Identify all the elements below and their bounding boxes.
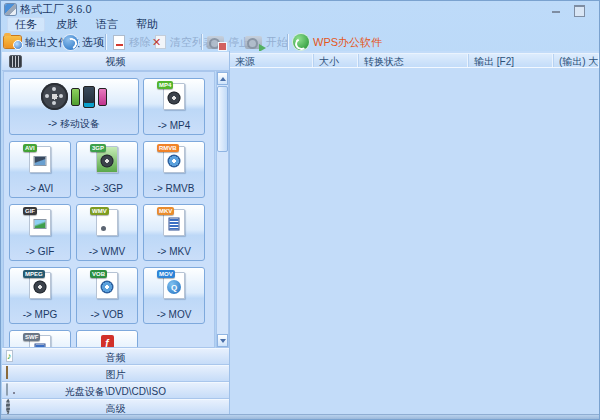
minimize-button[interactable] [549,4,563,15]
section-bar-label: 音频 [2,351,229,365]
maximize-button[interactable] [571,4,585,15]
wps-link[interactable]: WPS办公软件 [293,32,382,52]
format-label: -> WMV [77,246,137,257]
format-button-mkv[interactable]: MKV -> MKV [143,204,205,261]
menu-item-help[interactable]: 帮助 [129,18,165,31]
format-badge: MKV [157,207,174,215]
rmvb-file-icon: RMVB [163,146,185,173]
format-grid: -> 移动设备 MP4 -> MP4 AVI -> AVI 3GP -> 3GP… [3,71,215,348]
app-logo-icon [5,4,16,15]
format-badge: MPEG [23,270,45,278]
stop-button[interactable]: 停止 [207,32,250,52]
task-table: 来源 大小 转换状态 输出 [F2] (输出) 大小 [229,51,599,419]
remove-button[interactable]: 移除 [113,32,151,52]
format-button-mobile-devices[interactable]: -> 移动设备 [9,78,139,135]
start-button[interactable]: 开始 [245,32,288,52]
format-button-wmv[interactable]: WMV -> WMV [76,204,138,261]
film-strip-icon [169,218,180,231]
column-header-size[interactable]: 大小 [314,54,359,67]
3gp-file-icon: 3GP [96,146,118,173]
mobile-devices-icon [10,83,138,110]
menu-item-skin[interactable]: 皮肤 [49,18,85,31]
film-reel-icon [34,281,47,294]
mpg-file-icon: MPEG [29,272,51,299]
quicktime-q-icon: Q [167,280,181,294]
section-bar-rom-device[interactable]: 光盘设备\DVD\CD\ISO [2,382,229,399]
video-section-label: 视频 [2,55,229,69]
format-badge: WMV [90,207,109,215]
format-label: -> GIF [10,246,70,257]
phone-icon [98,88,107,106]
window-bottom-edge [1,414,599,419]
folder-icon [4,36,21,48]
swf-file-icon: SWF [29,335,51,348]
format-label: -> 3GP [77,183,137,194]
toolbar-separator [287,34,288,50]
format-label: -> 移动设备 [10,117,138,131]
menu-item-tasks[interactable]: 任务 [7,17,45,32]
camera-start-icon [245,36,262,49]
mov-file-icon: MOV Q [163,272,185,299]
section-bar-picture[interactable]: 图片 [2,365,229,382]
vob-file-icon: VOB [96,272,118,299]
phone-icon [83,86,95,108]
phone-icon [71,88,80,106]
format-badge: MOV [157,270,175,278]
format-button-gif[interactable]: GIF -> GIF [9,204,71,261]
video-section-header[interactable]: 视频 [2,52,229,71]
format-button-rmvb[interactable]: RMVB -> RMVB [143,141,205,198]
scroll-thumb[interactable] [217,86,228,152]
table-header-row: 来源 大小 转换状态 输出 [F2] (输出) 大小 [230,53,599,68]
format-button-mp4[interactable]: MP4 -> MP4 [143,78,205,135]
format-label: -> RMVB [144,183,204,194]
disc-icon [101,281,114,294]
grid-scrollbar[interactable] [216,71,229,348]
format-label: -> MP4 [144,120,204,131]
options-button[interactable]: 选项 [63,32,104,52]
column-header-source[interactable]: 来源 [230,54,314,67]
toolbar-separator [105,34,106,50]
section-bar-label: 光盘设备\DVD\CD\ISO [2,385,229,399]
section-bar-label: 图片 [2,368,229,382]
app-window: 格式工厂 3.6.0 任务 皮肤 语言 帮助 输出文件夹 选项 移除 清空列表 [0,0,600,420]
scroll-up-button[interactable] [217,72,228,85]
remove-document-icon [113,35,125,50]
format-badge: MP4 [157,81,173,89]
toolbar: 输出文件夹 选项 移除 清空列表 停止 开始 WPS办公软件 [1,32,599,52]
titlebar: 格式工厂 3.6.0 [1,1,599,17]
format-label: -> VOB [77,309,137,320]
section-bar-audio[interactable]: ♪ 音频 [2,348,229,365]
remove-label: 移除 [129,35,151,50]
format-button-3gp[interactable]: 3GP -> 3GP [76,141,138,198]
scroll-down-button[interactable] [217,334,228,347]
menubar: 任务 皮肤 语言 帮助 [1,17,599,32]
format-label: -> AVI [10,183,70,194]
options-gear-icon [63,35,78,50]
format-label: -> MKV [144,246,204,257]
clear-list-button[interactable]: 清空列表 [152,32,214,52]
format-button-swf[interactable]: SWF [9,330,71,348]
column-header-convert-state[interactable]: 转换状态 [359,54,469,67]
toolbar-separator [201,34,202,50]
format-button-mpg[interactable]: MPEG -> MPG [9,267,71,324]
photo-icon [34,219,47,229]
clear-list-x-icon [152,35,166,50]
avi-file-icon: AVI [29,146,51,173]
flash-f-icon: f [101,335,114,348]
start-label: 开始 [266,35,288,50]
menu-item-language[interactable]: 语言 [89,18,125,31]
format-button-avi[interactable]: AVI -> AVI [9,141,71,198]
format-label: -> MOV [144,309,204,320]
format-button-mov[interactable]: MOV Q -> MOV [143,267,205,324]
film-reel-icon [168,92,181,105]
column-header-output-size[interactable]: (输出) 大小 [554,54,599,67]
column-header-output[interactable]: 输出 [F2] [469,54,554,67]
disc-icon [168,155,181,168]
format-badge: RMVB [157,144,179,152]
mp4-file-icon: MP4 [163,83,185,110]
format-badge: AVI [23,144,37,152]
format-button-vob[interactable]: VOB -> VOB [76,267,138,324]
mkv-file-icon: MKV [163,209,185,236]
format-button-flv[interactable]: f [76,330,138,348]
photo-icon [34,156,47,166]
